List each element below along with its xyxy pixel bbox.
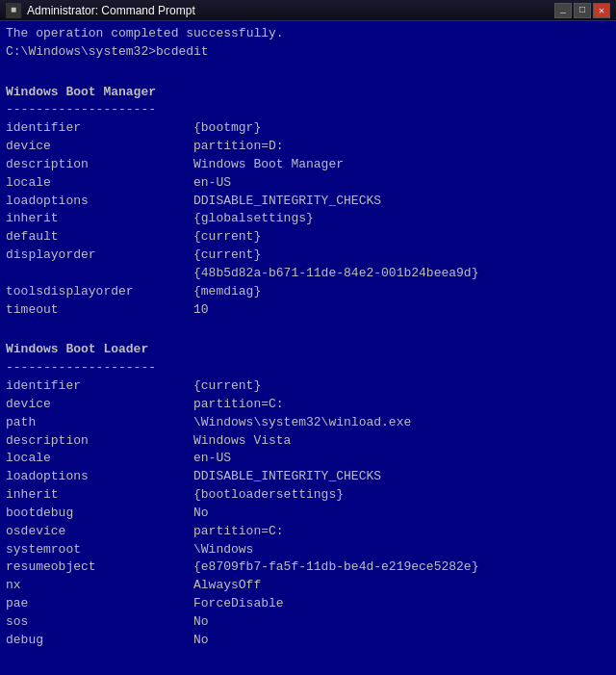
val-loadoptions-2: DDISABLE_INTEGRITY_CHECKS [193,468,381,486]
section1-divider: -------------------- [6,101,610,119]
key-device-1: device [6,138,193,156]
row-sos-2: sos No [6,613,610,632]
row-timeout-1: timeout 10 [6,301,610,320]
val-identifier-2: {current} [193,377,261,396]
val-toolsdisplayorder-1: {memdiag} [193,283,261,301]
val-sos-2: No [193,613,209,632]
val-debug-2: No [193,632,209,650]
val-locale-1: en-US [193,174,231,193]
row-resumeobject-2: resumeobject {e8709fb7-fa5f-11db-be4d-e2… [6,558,610,577]
val-systemroot-2: \Windows [193,541,253,559]
row-displayorder-1: displayorder {current} [6,247,610,265]
key-nx-2: nx [6,577,193,595]
val-pae-2: ForceDisable [193,595,284,613]
close-button[interactable]: ✕ [593,3,610,18]
val-resumeobject-2: {e8709fb7-fa5f-11db-be4d-e219ece5282e} [193,558,478,577]
key-resumeobject-2: resumeobject [6,558,193,577]
success-message: The operation completed successfully. [6,25,610,43]
val-identifier-1: {bootmgr} [193,119,261,138]
key-inherit-2: inherit [6,486,193,505]
key-displayorder-2 [6,265,193,283]
row-loadoptions-2: loadoptions DDISABLE_INTEGRITY_CHECKS [6,468,610,486]
key-sos-2: sos [6,613,193,632]
key-path-2: path [6,414,193,432]
row-description-2: description Windows Vista [6,432,610,451]
row-device-1: device partition=D: [6,138,610,156]
prompt-bcdedit: C:\Windows\system32>bcdedit [6,43,610,62]
row-identifier-2: identifier {current} [6,377,610,396]
val-timeout-1: 10 [193,301,209,320]
key-default-1: default [6,228,193,247]
row-loadoptions-1: loadoptions DDISABLE_INTEGRITY_CHECKS [6,193,610,211]
row-inherit-1: inherit {globalsettings} [6,210,610,228]
row-debug-2: debug No [6,632,610,650]
row-toolsdisplayorder-1: toolsdisplayorder {memdiag} [6,283,610,301]
blank-line-3 [6,650,610,668]
row-inherit-2: inherit {bootloadersettings} [6,486,610,505]
key-pae-2: pae [6,595,193,613]
val-loadoptions-1: DDISABLE_INTEGRITY_CHECKS [193,193,381,211]
row-nx-2: nx AlwaysOff [6,577,610,595]
val-osdevice-2: partition=C: [193,523,284,541]
row-systemroot-2: systemroot \Windows [6,541,610,559]
val-inherit-2: {bootloadersettings} [193,486,344,505]
key-locale-1: locale [6,174,193,193]
row-bootdebug-2: bootdebug No [6,505,610,523]
val-displayorder-1: {current} [193,247,261,265]
val-displayorder-2: {48b5d82a-b671-11de-84e2-001b24beea9d} [193,265,478,283]
maximize-button[interactable]: □ [574,3,591,18]
key-toolsdisplayorder-1: toolsdisplayorder [6,283,193,301]
val-path-2: \Windows\system32\winload.exe [193,414,411,432]
section2-header: Windows Boot Loader [6,341,610,359]
val-description-1: Windows Boot Manager [193,156,344,174]
val-device-1: partition=D: [193,138,284,156]
minimize-button[interactable]: _ [554,3,572,18]
row-pae-2: pae ForceDisable [6,595,610,613]
section2-divider: -------------------- [6,359,610,377]
row-locale-2: locale en-US [6,450,610,468]
section3-header: Windows Boot Loader [6,672,610,675]
key-description-2: description [6,432,193,451]
title-bar: ■ Administrator: Command Prompt _ □ ✕ [0,0,616,21]
val-inherit-1: {globalsettings} [193,210,314,228]
key-debug-2: debug [6,632,193,650]
key-osdevice-2: osdevice [6,523,193,541]
key-device-2: device [6,396,193,414]
row-description-1: description Windows Boot Manager [6,156,610,174]
val-nx-2: AlwaysOff [193,577,261,595]
key-systemroot-2: systemroot [6,541,193,559]
key-locale-2: locale [6,450,193,468]
row-locale-1: locale en-US [6,174,610,193]
title-buttons: _ □ ✕ [554,3,610,18]
key-bootdebug-2: bootdebug [6,505,193,523]
key-displayorder-1: displayorder [6,247,193,265]
key-identifier-2: identifier [6,377,193,396]
row-device-2: device partition=C: [6,396,610,414]
val-default-1: {current} [193,228,261,247]
row-default-1: default {current} [6,228,610,247]
key-timeout-1: timeout [6,301,193,320]
val-device-2: partition=C: [193,396,284,414]
key-description-1: description [6,156,193,174]
title-text: Administrator: Command Prompt [27,4,549,17]
blank-line-2 [6,320,610,338]
key-inherit-1: inherit [6,210,193,228]
val-description-2: Windows Vista [193,432,291,451]
row-path-2: path \Windows\system32\winload.exe [6,414,610,432]
key-loadoptions-1: loadoptions [6,193,193,211]
row-identifier-1: identifier {bootmgr} [6,119,610,138]
blank-line-1 [6,62,610,80]
val-locale-2: en-US [193,450,231,468]
row-osdevice-2: osdevice partition=C: [6,523,610,541]
section1-header: Windows Boot Manager [6,84,610,102]
title-icon: ■ [6,3,21,18]
key-identifier-1: identifier [6,119,193,138]
row-displayorder-2: {48b5d82a-b671-11de-84e2-001b24beea9d} [6,265,610,283]
terminal[interactable]: The operation completed successfully. C:… [0,21,616,675]
val-bootdebug-2: No [193,505,209,523]
key-loadoptions-2: loadoptions [6,468,193,486]
